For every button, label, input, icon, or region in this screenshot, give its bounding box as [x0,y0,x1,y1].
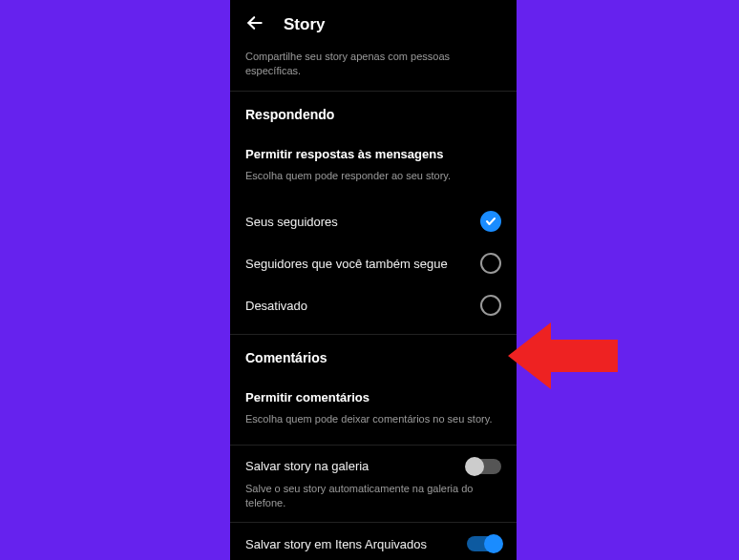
toggle-off-icon [467,459,501,474]
toggle-on-icon [467,536,501,551]
radio-label: Desativado [245,299,307,313]
section-comments-title: Comentários [230,335,517,381]
radio-option-mutual[interactable]: Seguidores que você também segue [230,242,517,284]
comments-subtitle: Permitir comentários [230,381,517,410]
comments-desc: Escolha quem pode deixar comentários no … [230,410,517,444]
responding-subtitle: Permitir respostas às mensagens [230,137,517,167]
toggle-save-gallery[interactable]: Salvar story na galeria [230,446,517,480]
radio-unchecked-icon [480,295,501,316]
toggle-label: Salvar story em Itens Arquivados [245,537,427,551]
toggle-label: Salvar story na galeria [245,459,369,473]
page-title: Story [284,15,325,34]
section-responding-title: Respondendo [230,92,517,137]
radio-label: Seguidores que você também segue [245,257,448,271]
radio-unchecked-icon [480,253,501,274]
radio-checked-icon [480,211,501,232]
back-icon[interactable] [245,13,264,36]
toggle-save-archive[interactable]: Salvar story em Itens Arquivados [230,523,517,557]
radio-label: Seus seguidores [245,215,338,229]
header: Story [230,0,517,50]
phone-screen: Story Compartilhe seu story apenas com p… [230,0,517,560]
svg-marker-1 [508,322,618,389]
gallery-desc: Salve o seu story automaticamente na gal… [230,480,517,523]
responding-desc: Escolha quem pode responder ao seu story… [230,167,517,200]
share-desc: Compartilhe seu story apenas com pessoas… [230,50,517,91]
radio-option-followers[interactable]: Seus seguidores [230,200,517,242]
pointer-arrow-icon [508,313,623,399]
radio-option-off[interactable]: Desativado [230,284,517,326]
